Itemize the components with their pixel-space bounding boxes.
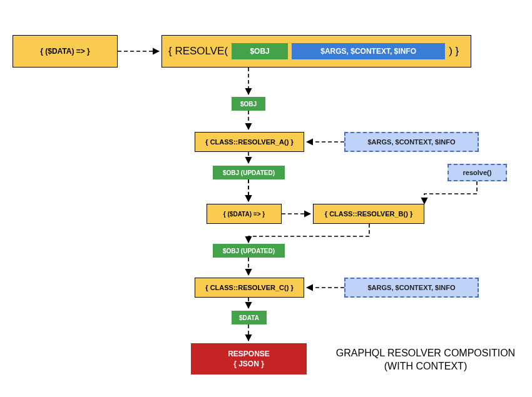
data-fn-mid-box: { ($DATA) => } — [207, 204, 282, 224]
resolver-c-label: { CLASS::RESOLVER_C() } — [205, 284, 293, 291]
obj-updated-1-tag: $OBJ (UPDATED) — [213, 166, 285, 179]
data-tag: $DATA — [232, 311, 267, 324]
resolver-b-box: { CLASS::RESOLVER_B() } — [313, 204, 424, 224]
obj-tag: $OBJ — [232, 97, 265, 111]
resolve-close-label: ) } — [449, 45, 459, 58]
resolver-a-label: { CLASS::RESOLVER_A() } — [205, 138, 293, 146]
obj-updated-2-label: $OBJ (UPDATED) — [223, 248, 275, 254]
data-fn-top-box: { ($DATA) => } — [13, 35, 118, 68]
obj-updated-1-label: $OBJ (UPDATED) — [223, 169, 275, 176]
title-line1: GRAPHQL RESOLVER COMPOSITION — [332, 347, 519, 360]
context-a-label: $ARGS, $CONTEXT, $INFO — [368, 138, 456, 146]
response-box: RESPONSE { JSON } — [191, 343, 307, 374]
resolve-open-label: { RESOLVE( — [168, 45, 228, 58]
data-fn-top-label: { ($DATA) => } — [40, 47, 90, 56]
diagram-title: GRAPHQL RESOLVER COMPOSITION (WITH CONTE… — [332, 347, 519, 373]
obj-tag-label: $OBJ — [240, 101, 257, 108]
resolve-box: { RESOLVE( $OBJ $ARGS, $CONTEXT, $INFO )… — [161, 35, 471, 68]
resolve-inner: { RESOLVE( $OBJ $ARGS, $CONTEXT, $INFO )… — [162, 36, 471, 67]
obj-pill-label: $OBJ — [250, 47, 269, 56]
context-c-box: $ARGS, $CONTEXT, $INFO — [344, 278, 479, 298]
context-b-box: resolve() — [448, 164, 507, 181]
data-tag-label: $DATA — [239, 314, 259, 321]
args-pill: $ARGS, $CONTEXT, $INFO — [292, 43, 445, 59]
context-a-box: $ARGS, $CONTEXT, $INFO — [344, 132, 479, 152]
data-fn-mid-label: { ($DATA) => } — [223, 211, 265, 218]
obj-pill: $OBJ — [232, 43, 288, 59]
resolver-c-box: { CLASS::RESOLVER_C() } — [195, 278, 304, 298]
response-inner: RESPONSE { JSON } — [228, 349, 270, 368]
resolver-b-label: { CLASS::RESOLVER_B() } — [325, 210, 412, 218]
resolver-a-box: { CLASS::RESOLVER_A() } — [195, 132, 304, 152]
title-line2: (WITH CONTEXT) — [332, 360, 519, 373]
obj-updated-2-tag: $OBJ (UPDATED) — [213, 244, 285, 258]
context-b-label: resolve() — [463, 169, 492, 176]
response-line2: { JSON } — [233, 359, 264, 368]
response-line1: RESPONSE — [228, 349, 270, 358]
args-pill-label: $ARGS, $CONTEXT, $INFO — [320, 47, 416, 56]
context-c-label: $ARGS, $CONTEXT, $INFO — [368, 284, 456, 291]
